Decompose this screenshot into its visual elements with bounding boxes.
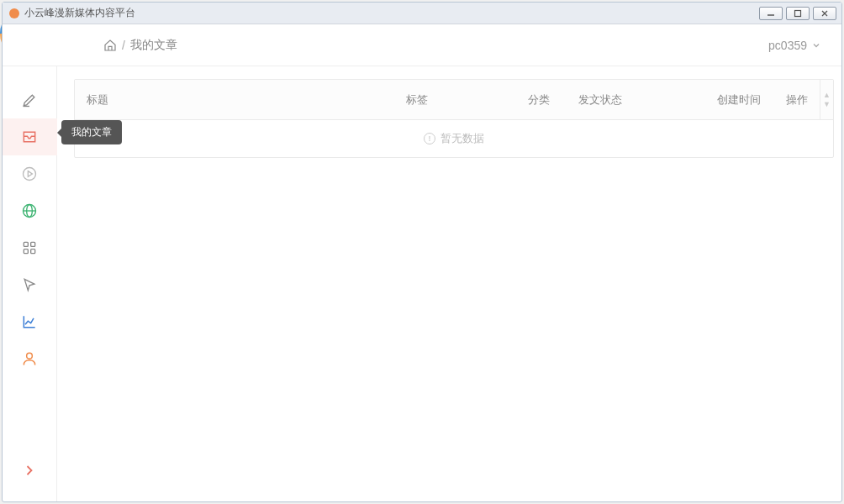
- main-area: 我的文章 标题 标签 分类 发文状态 创建时间 操作 ▲ ▼ !: [3, 66, 841, 501]
- scroll-up-icon[interactable]: ▲: [823, 92, 831, 99]
- svg-rect-15: [31, 249, 35, 254]
- titlebar: 小云峰漫新媒体内容平台: [3, 3, 841, 24]
- sidebar-item-account[interactable]: [3, 340, 57, 377]
- sidebar-item-edit[interactable]: [3, 81, 57, 118]
- svg-point-8: [24, 168, 36, 181]
- sidebar-item-video[interactable]: [3, 155, 57, 192]
- sidebar-tooltip: 我的文章: [61, 120, 122, 144]
- empty-text: 暂无数据: [440, 131, 484, 146]
- svg-rect-14: [24, 249, 28, 254]
- user-icon: [21, 350, 38, 367]
- th-createtime[interactable]: 创建时间: [705, 92, 774, 108]
- sidebar-item-inbox[interactable]: [3, 118, 57, 155]
- breadcrumb-separator: /: [122, 39, 125, 52]
- globe-icon: [21, 202, 38, 219]
- app-icon: [8, 7, 21, 20]
- user-menu[interactable]: pc0359: [768, 39, 820, 52]
- maximize-button[interactable]: [786, 7, 810, 20]
- table-scroll-control: ▲ ▼: [820, 80, 833, 119]
- breadcrumb: / 我的文章: [103, 38, 177, 53]
- chevron-down-icon: [812, 41, 820, 50]
- scroll-down-icon[interactable]: ▼: [823, 101, 831, 108]
- window-controls: [759, 7, 836, 20]
- chevron-right-icon: [21, 462, 38, 479]
- window: 小云峰漫新媒体内容平台 / 我的文章 pc0359: [2, 2, 842, 502]
- close-button[interactable]: [813, 7, 836, 20]
- sidebar-item-analytics[interactable]: [3, 303, 57, 340]
- minimize-button[interactable]: [759, 7, 783, 20]
- table-header: 标题 标签 分类 发文状态 创建时间 操作 ▲ ▼: [75, 80, 833, 120]
- edit-icon: [21, 92, 38, 108]
- svg-point-2: [9, 8, 19, 18]
- svg-rect-12: [24, 242, 28, 246]
- content: 标题 标签 分类 发文状态 创建时间 操作 ▲ ▼ ! 暂无数据: [57, 66, 844, 501]
- breadcrumb-current: 我的文章: [130, 38, 177, 53]
- svg-point-16: [27, 353, 33, 359]
- th-title[interactable]: 标题: [75, 92, 394, 108]
- empty-icon: !: [424, 133, 435, 144]
- sidebar-item-globe[interactable]: [3, 192, 57, 229]
- th-category[interactable]: 分类: [516, 92, 567, 108]
- th-status[interactable]: 发文状态: [567, 92, 705, 108]
- svg-rect-13: [31, 242, 35, 246]
- sidebar-expand[interactable]: [3, 452, 57, 489]
- user-name: pc0359: [768, 39, 807, 52]
- table-empty-state: ! 暂无数据: [75, 120, 833, 157]
- grid-icon: [21, 239, 38, 256]
- sidebar: 我的文章: [3, 66, 57, 501]
- th-action[interactable]: 操作: [774, 92, 820, 108]
- home-icon[interactable]: [103, 39, 117, 52]
- svg-rect-4: [795, 10, 801, 16]
- table: 标题 标签 分类 发文状态 创建时间 操作 ▲ ▼ ! 暂无数据: [74, 79, 834, 158]
- th-tag[interactable]: 标签: [394, 92, 516, 108]
- window-title: 小云峰漫新媒体内容平台: [24, 6, 759, 20]
- play-icon: [21, 165, 38, 182]
- inbox-icon: [21, 129, 38, 145]
- app-header: / 我的文章 pc0359: [3, 24, 841, 66]
- cursor-icon: [21, 276, 38, 293]
- chart-icon: [21, 313, 38, 330]
- sidebar-item-apps[interactable]: [3, 229, 57, 266]
- sidebar-item-send[interactable]: [3, 266, 57, 303]
